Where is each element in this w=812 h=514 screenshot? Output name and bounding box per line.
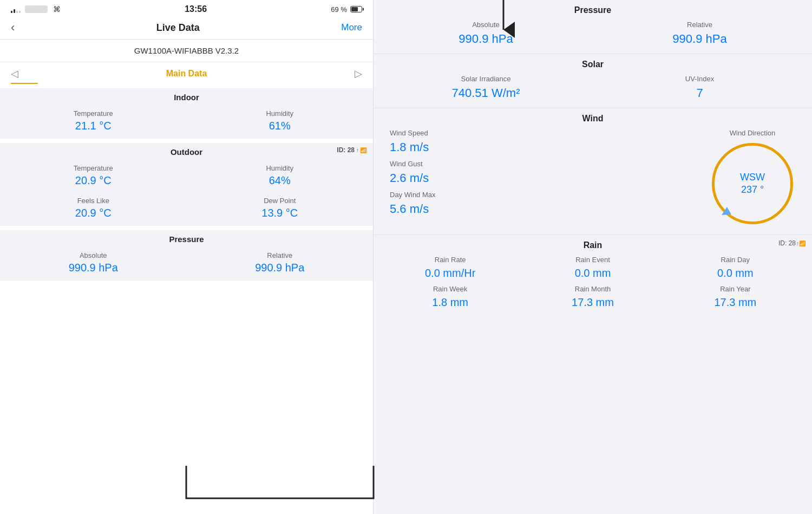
status-right: 69 % [331,5,362,14]
pressure-right-data-row: Absolute 990.9 hPa Relative 990.9 hPa [374,21,812,54]
rain-header-row: Rain ID: 28 ↑ 📶 [374,235,812,256]
solar-data-row: Solar Irradiance 740.51 W/m² UV-Index 7 [374,75,812,108]
wind-speed-value: 1.8 m/s [390,140,429,154]
dew-point-label: Dew Point [264,197,296,205]
wind-content: Wind Speed 1.8 m/s Wind Gust 2.6 m/s Day… [374,129,812,235]
pressure-right-relative-value: 990.9 hPa [672,32,726,46]
rain-month-value: 17.3 mm [572,296,614,309]
back-button[interactable]: ‹ [11,21,15,35]
solar-irradiance-cell: Solar Irradiance 740.51 W/m² [379,75,593,100]
indoor-temperature-label: Temperature [74,109,113,118]
rain-id-badge: ID: 28 ↑ 📶 [778,239,806,247]
compass-direction-label: WSW 237 ° [740,171,765,197]
prev-section-button[interactable]: ◁ [11,68,18,80]
wind-section: Wind Wind Speed 1.8 m/s Wind Gust 2.6 m/… [374,108,812,235]
pressure-left-section: Pressure Absolute 990.9 hPa Relative 990… [0,230,373,281]
solar-uv-cell: UV-Index 7 [593,75,807,100]
outdoor-humidity-value: 64% [269,174,291,187]
dew-point-cell: Dew Point 13.9 °C [187,193,374,226]
time-display: 13:56 [185,4,207,14]
dew-point-value: 13.9 °C [261,207,298,219]
carrier-text: carrier [25,5,48,13]
pressure-right-section: Pressure Absolute 990.9 hPa Relative 990… [374,0,812,54]
indoor-data-row: Temperature 21.1 °C Humidity 61% [0,106,373,139]
pressure-relative-value: 990.9 hPa [255,262,304,274]
rain-section: Rain ID: 28 ↑ 📶 Rain Rate 0.0 mm/Hr Rain… [374,235,812,514]
rain-row-1: Rain Rate 0.0 mm/Hr Rain Event 0.0 mm Ra… [374,256,812,285]
rain-year-label: Rain Year [720,285,750,293]
rain-event-label: Rain Event [575,256,610,264]
device-name: GW1100A-WIFIABBB V2.3.2 [0,40,373,62]
indoor-humidity-cell: Humidity 61% [187,106,374,139]
rain-event-value: 0.0 mm [575,267,611,279]
signal-bar-2 [14,9,15,13]
solar-section: Solar Solar Irradiance 740.51 W/m² UV-In… [374,54,812,108]
outdoor-temperature-cell: Temperature 20.9 °C [0,161,187,193]
wind-day-max-label: Day Wind Max [390,191,436,199]
section-title: Main Data [166,69,207,79]
wind-direction-label: Wind Direction [730,129,776,137]
solar-uv-label: UV-Index [685,75,714,83]
battery-fill [351,7,358,11]
rain-day-value: 0.0 mm [717,267,754,279]
feels-like-value: 20.9 °C [75,207,112,219]
outdoor-temperature-label: Temperature [74,164,113,172]
rain-year-cell: Rain Year 17.3 mm [664,285,807,309]
pressure-right-absolute-value: 990.9 hPa [459,32,513,46]
signal-bar-1 [11,11,12,13]
rain-header: Rain [584,240,603,250]
indoor-section: Indoor Temperature 21.1 °C Humidity 61% [0,88,373,139]
more-button[interactable]: More [341,22,362,33]
solar-uv-value: 7 [696,86,703,100]
solar-header: Solar [374,54,812,75]
nav-title: Live Data [156,22,200,34]
pressure-left-header: Pressure [0,230,373,248]
compass-widget: WSW 237 ° [709,140,796,227]
pressure-right-absolute-label: Absolute [472,21,500,29]
pressure-absolute-value: 990.9 hPa [69,262,118,274]
pressure-absolute-cell: Absolute 990.9 hPa [0,248,187,281]
outdoor-temp-humidity-row: Temperature 20.9 °C Humidity 64% [0,161,373,193]
wifi-icon: ⌘ [53,5,61,14]
pressure-absolute-label: Absolute [80,251,107,259]
wind-day-max-item: Day Wind Max 5.6 m/s [379,191,693,216]
outdoor-header: Outdoor ID: 28 ↑ 📶 [0,143,373,161]
outdoor-humidity-cell: Humidity 64% [187,161,374,193]
rain-event-cell: Rain Event 0.0 mm [521,256,664,279]
indoor-temperature-cell: Temperature 21.1 °C [0,106,187,139]
signal-bar-3 [16,11,18,13]
phone-panel: carrier ⌘ 13:56 69 % ‹ Live Data More GW… [0,0,374,514]
solar-irradiance-label: Solar Irradiance [461,75,511,83]
rain-day-label: Rain Day [721,256,750,264]
status-bar: carrier ⌘ 13:56 69 % [0,0,373,16]
section-nav: ◁ Main Data ▷ [0,62,373,82]
pressure-left-data-row: Absolute 990.9 hPa Relative 990.9 hPa [0,248,373,281]
rain-row-2: Rain Week 1.8 mm Rain Month 17.3 mm Rain… [374,285,812,314]
nav-bar: ‹ Live Data More [0,16,373,40]
pressure-right-absolute-cell: Absolute 990.9 hPa [379,21,593,46]
outdoor-feels-dew-row: Feels Like 20.9 °C Dew Point 13.9 °C [0,193,373,226]
outdoor-temperature-value: 20.9 °C [75,174,112,187]
rain-rate-label: Rain Rate [435,256,466,264]
wind-header: Wind [374,108,812,129]
next-section-button[interactable]: ▷ [355,68,362,80]
indoor-humidity-value: 61% [269,120,291,132]
wind-gust-item: Wind Gust 2.6 m/s [379,160,693,185]
wind-direction-cell: Wind Direction WSW 237 ° [698,129,807,227]
rain-week-cell: Rain Week 1.8 mm [379,285,521,309]
signal-bars-icon [11,5,21,13]
pressure-relative-cell: Relative 990.9 hPa [187,248,374,281]
wind-speed-item: Wind Speed 1.8 m/s [379,129,693,154]
indoor-temperature-value: 21.1 °C [75,120,112,132]
outdoor-humidity-label: Humidity [266,164,293,172]
rain-year-value: 17.3 mm [714,296,756,309]
outdoor-section: Outdoor ID: 28 ↑ 📶 Temperature 20.9 °C H… [0,143,373,226]
pressure-relative-label: Relative [267,251,292,259]
rain-rate-cell: Rain Rate 0.0 mm/Hr [379,256,521,279]
pressure-right-relative-cell: Relative 990.9 hPa [593,21,807,46]
outdoor-id-badge: ID: 28 ↑ 📶 [337,146,366,154]
rain-week-value: 1.8 mm [432,296,468,309]
wind-day-max-value: 5.6 m/s [390,202,429,216]
battery-percent: 69 % [331,5,347,14]
rain-rate-value: 0.0 mm/Hr [425,267,475,279]
